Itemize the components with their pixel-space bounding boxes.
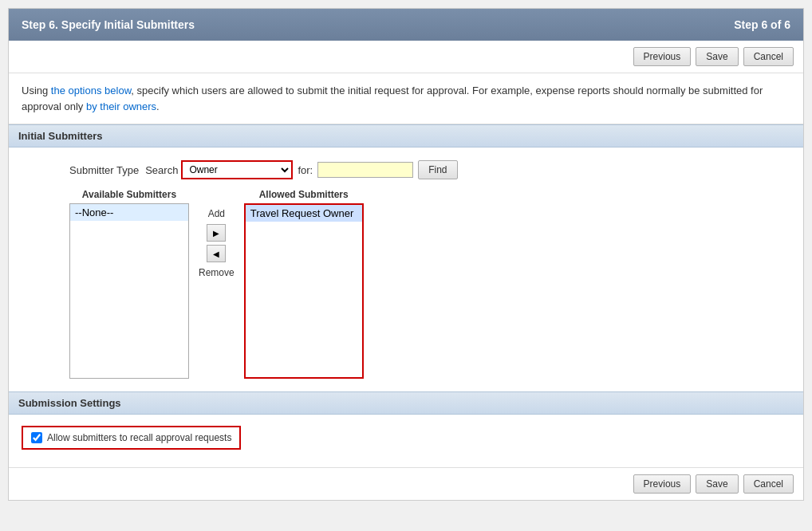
list-controls: Add ▶ ◀ Remove	[189, 208, 244, 278]
search-input[interactable]	[317, 162, 413, 178]
available-submitters-column: Available Submitters --None--	[69, 189, 189, 379]
bottom-toolbar: Previous Save Cancel	[9, 467, 803, 500]
initial-submitters-section-header: Initial Submitters	[9, 124, 803, 148]
allowed-submitters-column: Allowed Submitters Travel Request Owner	[244, 189, 364, 379]
list-item[interactable]: --None--	[70, 204, 188, 221]
top-toolbar: Previous Save Cancel	[9, 41, 803, 73]
top-previous-button[interactable]: Previous	[633, 47, 692, 66]
available-label: Available Submitters	[82, 189, 176, 200]
description-text: Using the options below, specify which u…	[22, 85, 763, 112]
step-indicator: Step 6 of 6	[734, 18, 790, 31]
available-submitters-list[interactable]: --None--	[69, 203, 189, 379]
submitter-type-label: Submitter Type	[69, 164, 139, 176]
bottom-previous-button[interactable]: Previous	[633, 474, 692, 494]
allowed-submitters-list[interactable]: Travel Request Owner	[244, 203, 364, 379]
remove-label: Remove	[199, 267, 235, 278]
top-save-button[interactable]: Save	[696, 47, 738, 66]
find-button[interactable]: Find	[418, 160, 457, 179]
bottom-save-button[interactable]: Save	[696, 474, 738, 494]
remove-button[interactable]: ◀	[207, 245, 226, 262]
bottom-cancel-button[interactable]: Cancel	[743, 474, 794, 494]
submission-settings-section-header: Submission Settings	[9, 391, 803, 415]
page-title: Step 6. Specify Initial Submitters	[22, 18, 195, 31]
allowed-label: Allowed Submitters	[259, 189, 349, 200]
recall-checkbox-row[interactable]: Allow submitters to recall approval requ…	[22, 426, 241, 450]
add-button[interactable]: ▶	[207, 224, 226, 242]
description-area: Using the options below, specify which u…	[9, 73, 803, 124]
recall-checkbox[interactable]	[31, 432, 42, 443]
header-bar: Step 6. Specify Initial Submitters Step …	[9, 9, 803, 41]
initial-submitters-section: Submitter Type Search Owner User Group R…	[9, 148, 803, 391]
top-cancel-button[interactable]: Cancel	[743, 47, 794, 66]
for-label: for:	[298, 164, 313, 176]
lists-area: Available Submitters --None-- Add ▶ ◀ Re…	[69, 189, 790, 379]
add-label: Add	[208, 208, 225, 219]
submitter-type-row: Submitter Type Search Owner User Group R…	[69, 160, 790, 179]
list-item[interactable]: Travel Request Owner	[246, 205, 362, 222]
search-select[interactable]: Owner User Group Role	[181, 160, 293, 179]
submission-settings-section: Allow submitters to recall approval requ…	[9, 415, 803, 461]
recall-checkbox-label: Allow submitters to recall approval requ…	[47, 432, 231, 443]
search-label: Search	[145, 164, 178, 176]
